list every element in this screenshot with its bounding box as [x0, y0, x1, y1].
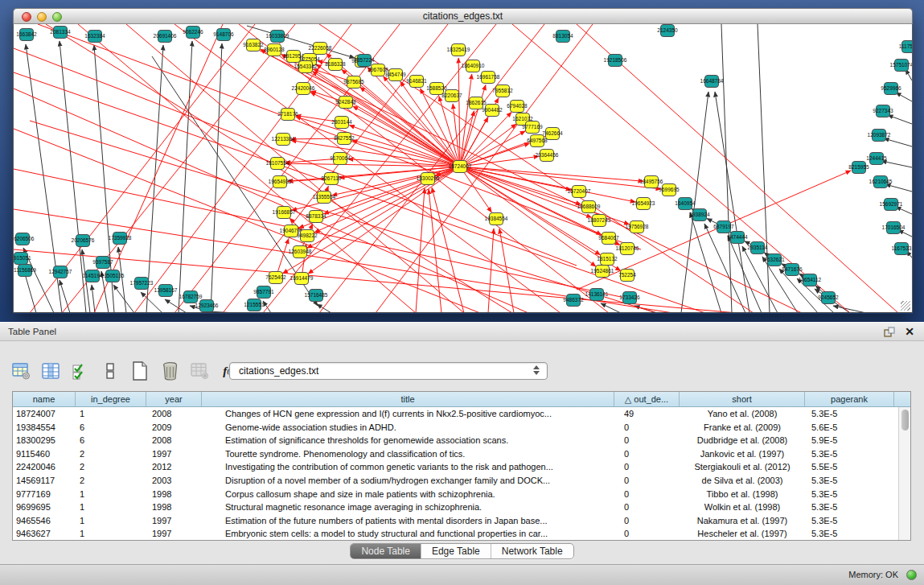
graph-node-label: 1640954	[675, 200, 696, 206]
table-cell: Embryonic stem cells: a model to study s…	[202, 527, 614, 540]
graph-node-label: 8960128	[264, 47, 285, 52]
table-header-row: namein_degreeyeartitle△ out_de...shortpa…	[13, 392, 910, 407]
graph-node-label: 14136141	[585, 291, 609, 297]
table-cell: Changes of HCN gene expression and I(f) …	[202, 407, 614, 421]
table-cell: de Silva et al. (2003)	[680, 474, 805, 488]
graph-node-label: 17957223	[130, 280, 154, 286]
graph-node-label: 12942757	[49, 269, 72, 274]
graph-node-label: 18807243	[588, 217, 611, 223]
column-header-short[interactable]: short	[680, 392, 805, 406]
citation-network-graph[interactable]: 1872400791638228960128891295422226058927…	[14, 24, 912, 313]
select-columns-icon[interactable]	[71, 361, 90, 381]
graph-node-label: 11156869	[14, 267, 36, 273]
table-row[interactable]: 946362711997Embryonic stem cells: a mode…	[13, 527, 910, 540]
graph-node-label: 20691406	[154, 33, 177, 39]
column-header-pagerank[interactable]: pagerank	[805, 392, 894, 406]
float-panel-icon[interactable]	[884, 327, 895, 338]
graph-node-label: 8915051	[14, 255, 31, 261]
table-cell: 19384554	[13, 421, 76, 435]
table-scrollbar-thumb[interactable]	[901, 410, 909, 431]
table-cell: 0	[614, 527, 680, 540]
tab-node-table[interactable]: Node Table	[351, 544, 421, 558]
graph-node-label: 9245652	[818, 295, 839, 300]
memory-status-indicator[interactable]	[906, 570, 917, 580]
column-header-out_de[interactable]: △ out_de...	[614, 392, 680, 406]
table-cell: 2009	[146, 421, 202, 435]
graph-node-label: 1663842	[16, 31, 37, 37]
table-cell: 18724007	[13, 407, 76, 421]
table-cell: Structural magnetic resonance image aver…	[202, 501, 614, 514]
table-cell: 0	[614, 514, 680, 528]
table-cell: 9463627	[13, 527, 76, 540]
table-cell: Estimation of significance thresholds fo…	[202, 434, 614, 447]
graph-node-label: 9529966	[881, 85, 901, 91]
table-row[interactable]: 977716911998Corpus callosum shape and si…	[13, 488, 910, 501]
table-cell: 9699695	[13, 501, 76, 514]
import-table-icon[interactable]	[190, 361, 209, 381]
table-row[interactable]: 911546021997Tourette syndrome. Phenomeno…	[13, 447, 910, 461]
table-cell: 1	[76, 501, 146, 514]
zoom-window-button[interactable]	[52, 12, 62, 22]
graph-node-label: 2124350	[657, 27, 678, 33]
table-selector-dropdown[interactable]: citations_edges.txt	[229, 362, 548, 380]
table-cell: 9115460	[13, 447, 76, 461]
table-row[interactable]: 1830029562008Estimation of significance …	[13, 434, 910, 447]
table-cell: 2	[76, 474, 146, 488]
network-window-titlebar[interactable]: citations_edges.txt	[13, 8, 913, 24]
graph-node-label: 8813054	[552, 33, 573, 39]
table-row[interactable]: 1938455462009Genome-wide association stu…	[13, 421, 910, 435]
graph-node-label: 15716485	[305, 292, 328, 298]
graph-node-label: 12213384	[272, 136, 295, 142]
graph-node-label: 22420046	[292, 85, 315, 91]
graph-node-label: 19654923	[632, 200, 655, 206]
table-row[interactable]: 969969511998Structural magnetic resonanc…	[13, 501, 910, 514]
table-row[interactable]: 2242004622012Investigating the contribut…	[13, 460, 910, 474]
dropdown-arrows-icon	[533, 365, 540, 375]
table-cell: 1	[76, 514, 146, 528]
table-cell: Dudbridge et al. (2008)	[680, 434, 805, 447]
table-settings-icon[interactable]	[11, 361, 31, 381]
graph-node-label: 1632384	[84, 33, 105, 39]
close-panel-icon[interactable]: ✕	[905, 325, 914, 338]
graph-node-label: 9170064	[330, 155, 351, 161]
table-row[interactable]: 946554611997Estimation of the future num…	[13, 514, 910, 528]
graph-node-label: 19524861	[591, 268, 614, 274]
table-cell: 0	[614, 474, 680, 488]
graph-node-label: 18107554	[266, 160, 290, 166]
column-header-name[interactable]: name	[13, 392, 76, 406]
graph-node-label: 9474444	[727, 234, 748, 240]
tab-network-table[interactable]: Network Table	[491, 544, 573, 558]
table-selector-value: citations_edges.txt	[239, 365, 318, 377]
graph-node-label: 18325419	[447, 47, 470, 52]
minimize-window-button[interactable]	[37, 12, 47, 22]
table-cell: 9777169	[13, 488, 76, 501]
delete-table-icon[interactable]	[160, 361, 179, 381]
network-canvas[interactable]: 1872400791638228960128891295422226058927…	[13, 24, 913, 313]
graph-node-label: 2935114	[748, 245, 768, 250]
table-scrollbar[interactable]	[898, 407, 910, 540]
graph-node-label: 7955812	[492, 88, 513, 93]
graph-node-label: 9486372	[563, 297, 584, 303]
table-cell: 5.3E-5	[805, 514, 894, 528]
column-header-title[interactable]: title	[202, 392, 614, 406]
table-cell: 5.3E-5	[805, 501, 894, 514]
column-header-year[interactable]: year	[146, 392, 202, 406]
table-cell: Yano et al. (2008)	[680, 407, 805, 421]
window-resize-grip[interactable]	[901, 301, 910, 311]
row-height-icon[interactable]	[101, 361, 120, 381]
new-table-icon[interactable]	[130, 361, 150, 381]
table-cell: 14569117	[13, 474, 76, 488]
table-column-icon[interactable]	[41, 361, 60, 381]
table-row[interactable]: 1872400712008Changes of HCN gene express…	[13, 407, 910, 421]
graph-node-label: 16033809	[266, 33, 290, 39]
tab-edge-table[interactable]: Edge Table	[421, 544, 491, 558]
table-cell: 2	[76, 460, 146, 474]
network-window[interactable]: citations_edges.txt 18724007916382289601…	[13, 8, 913, 314]
close-window-button[interactable]	[22, 12, 31, 22]
column-header-in_degree[interactable]: in_degree	[76, 392, 146, 406]
table-row[interactable]: 1456911722003Disruption of a novel membe…	[13, 474, 910, 488]
table-cell: 6	[76, 421, 146, 435]
graph-node-label: 1815132	[597, 256, 618, 262]
graph-node-label: 9777169	[522, 124, 543, 130]
table-cell: 1998	[146, 488, 202, 501]
